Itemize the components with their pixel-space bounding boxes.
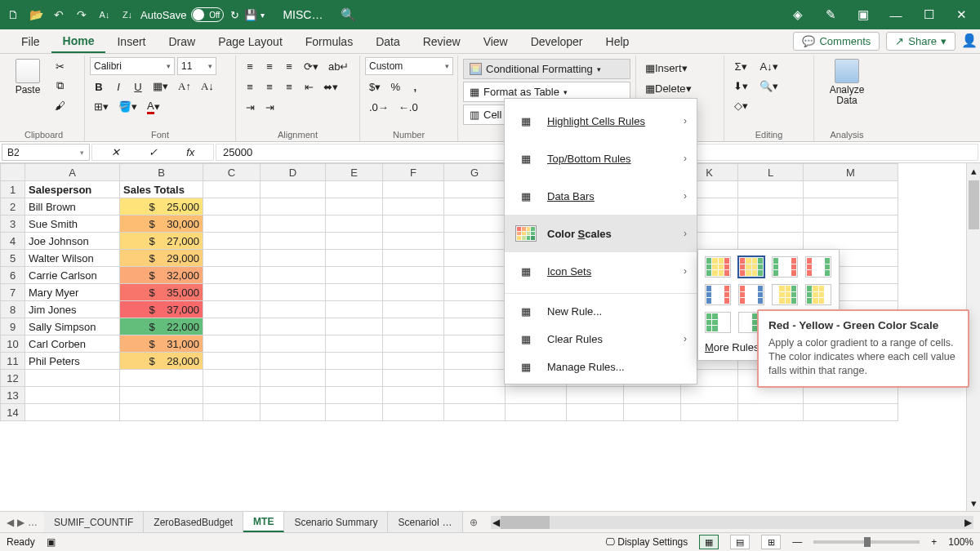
cell[interactable]: Mary Myer [25,284,120,301]
col-header[interactable]: G [444,164,506,181]
tab-formulas[interactable]: Formulas [294,29,364,53]
fx-icon[interactable]: fx [186,146,194,158]
tab-view[interactable]: View [472,29,519,53]
autosave-switch[interactable]: Off [191,7,224,22]
font-color-button[interactable]: A▾ [143,98,164,116]
delete-cells-button[interactable]: ▦ Delete ▾ [641,79,719,97]
sheet-tab[interactable]: Scenario Summary [284,512,388,532]
autosum-button[interactable]: Σ▾ [729,57,752,75]
enter-formula-icon[interactable]: ✓ [149,146,158,158]
col-header[interactable]: C [203,164,261,181]
wrap-text-button[interactable]: ab↵ [324,57,353,75]
font-size-combo[interactable]: 11▾ [177,57,216,75]
underline-button[interactable]: U [129,78,147,96]
redo-icon[interactable]: ↷ [74,7,90,23]
sheet-tab[interactable]: ZeroBasedBudget [144,512,243,532]
tab-file[interactable]: File [10,29,51,53]
minimize-button[interactable]: — [887,6,905,24]
sort-asc-icon[interactable]: A↓ [96,7,113,23]
page-break-view-button[interactable]: ⊞ [761,535,781,549]
col-header[interactable]: M [804,164,898,181]
cf-icon-sets[interactable]: ▦ Icon Sets› [505,252,697,290]
cell[interactable]: $ 27,000 [120,233,203,250]
cell[interactable]: Phil Peters [25,353,120,370]
color-scale-option[interactable] [772,256,798,278]
new-file-icon[interactable]: 🗋 [5,7,21,23]
close-button[interactable]: ✕ [952,6,970,24]
new-sheet-button[interactable]: ⊕ [463,517,484,528]
align-center-button[interactable]: ≡ [261,78,278,96]
sheet-tab[interactable]: MTE [243,512,284,532]
sheet-tab[interactable]: ScenarioI … [388,512,462,532]
cell[interactable]: Sue Smith [25,216,120,233]
row-header[interactable]: 12 [1,370,25,387]
sheet-nav-next[interactable]: ▶ [17,517,24,528]
number-format-combo[interactable]: Custom▾ [365,57,453,75]
sheet-tab[interactable]: SUMIF_COUNTIF [44,512,144,532]
zoom-level[interactable]: 100% [948,536,973,548]
horizontal-scrollbar[interactable]: ◀▶ [491,516,974,529]
insert-cells-button[interactable]: ▦ Insert ▾ [641,59,719,77]
cell[interactable]: Bill Brown [25,198,120,216]
row-header[interactable]: 5 [1,250,25,267]
tab-help[interactable]: Help [595,29,641,53]
orientation-button[interactable]: ⟳▾ [300,57,323,75]
ribbon-mode-icon[interactable]: ▣ [854,6,872,24]
normal-view-button[interactable]: ▦ [699,535,719,549]
cancel-formula-icon[interactable]: ✕ [111,146,120,158]
row-header[interactable]: 1 [1,181,25,198]
row-header[interactable]: 9 [1,318,25,335]
tab-insert[interactable]: Insert [105,29,157,53]
comma-button[interactable]: , [406,78,424,96]
cell[interactable]: $ 32,000 [120,267,203,284]
cell[interactable]: $ 30,000 [120,216,203,233]
row-header[interactable]: 10 [1,335,25,353]
zoom-slider[interactable] [813,540,920,544]
coming-soon-icon[interactable]: ✎ [822,6,840,24]
conditional-formatting-button[interactable]: Conditional Formatting▾ [463,59,630,79]
analyze-data-button[interactable]: Analyze Data [819,57,875,128]
maximize-button[interactable]: ☐ [920,6,938,24]
macro-record-icon[interactable]: ▣ [47,536,56,548]
cf-highlight-rules[interactable]: ▦ Highlight Cells Rules› [505,102,697,140]
decrease-decimal-button[interactable]: ←.0 [394,98,422,116]
tab-developer[interactable]: Developer [519,29,595,53]
percent-button[interactable]: % [386,78,404,96]
col-header[interactable]: F [383,164,444,181]
zoom-out-button[interactable]: — [792,536,802,548]
zoom-in-button[interactable]: + [931,536,937,548]
tab-home[interactable]: Home [51,29,106,53]
indent-right-button[interactable]: ⇥ [261,98,278,116]
cut-button[interactable]: ✂ [51,57,69,75]
cell[interactable]: Carrie Carlson [25,267,120,284]
format-painter-button[interactable]: 🖌 [51,96,69,114]
cf-clear-rules[interactable]: ▦Clear Rules› [505,325,697,353]
fill-button[interactable]: ⬇▾ [729,77,752,95]
borders-button[interactable]: ⊞▾ [90,98,113,116]
align-right-button[interactable]: ≡ [280,78,298,96]
cell[interactable]: Jim Jones [25,301,120,318]
undo-icon[interactable]: ↶ [51,7,67,23]
grow-font-button[interactable]: A↑ [174,78,195,96]
page-layout-view-button[interactable]: ▤ [730,535,750,549]
tab-page-layout[interactable]: Page Layout [207,29,294,53]
shrink-font-button[interactable]: A↓ [197,78,218,96]
col-header[interactable]: E [326,164,383,181]
color-scale-option[interactable] [772,284,798,305]
sheet-nav-prev[interactable]: ◀ [7,517,14,528]
cell[interactable]: Sally Simpson [25,318,120,335]
sheet-nav-more[interactable]: … [28,517,38,528]
sort-filter-button[interactable]: A↓▾ [755,57,782,75]
user-icon[interactable]: 👤 [959,29,980,53]
col-header[interactable]: B [120,164,203,181]
cf-new-rule[interactable]: ▦New Rule... [505,297,697,325]
row-header[interactable]: 8 [1,301,25,318]
color-scale-option[interactable] [805,256,831,278]
share-button[interactable]: ↗ Share ▾ [886,32,956,51]
align-middle-button[interactable]: ≡ [261,57,278,75]
row-header[interactable]: 11 [1,353,25,370]
col-header[interactable]: L [738,164,804,181]
qat-more-icon[interactable]: ▾ [261,11,265,20]
premium-icon[interactable]: ◈ [789,6,807,24]
color-scale-option[interactable] [738,256,764,278]
